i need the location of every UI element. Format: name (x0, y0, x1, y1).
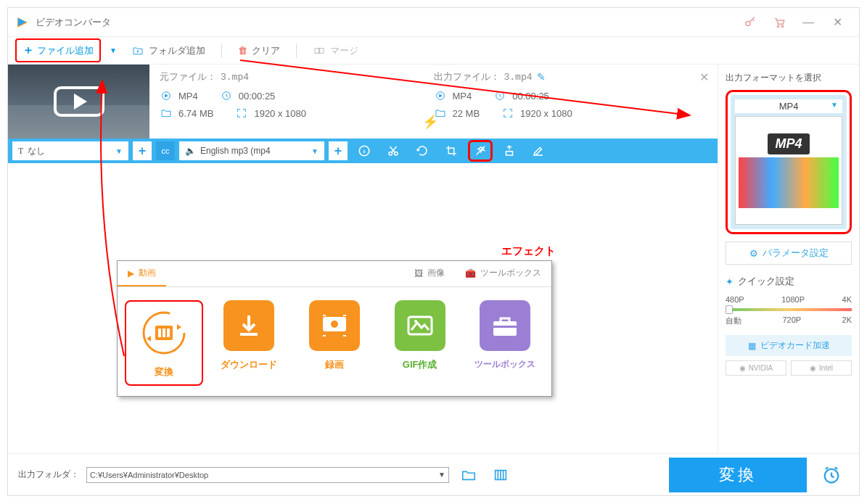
output-folder-field[interactable]: C:¥Users¥Administrator¥Desktop ▼ (86, 467, 449, 483)
source-resolution: 1920 x 1080 (254, 108, 306, 119)
open-folder-button[interactable] (456, 463, 481, 487)
cart-icon[interactable] (765, 8, 794, 37)
toolbox-icon (480, 300, 530, 351)
titlebar: ビデオコンバータ — ✕ (8, 8, 859, 37)
add-folder-label: フォルダ追加 (149, 44, 205, 57)
gpu-intel-chip[interactable]: ◉ Intel (791, 360, 852, 376)
sliders-icon: ⚙ (749, 248, 758, 259)
add-file-dropdown[interactable]: ▼ (107, 46, 120, 54)
gpu-nvidia-label: NVIDIA (749, 364, 773, 372)
tool-record-label: 録画 (295, 358, 374, 371)
format-preview[interactable]: MP4 (735, 116, 842, 225)
format-icon (434, 89, 447, 102)
add-folder-button[interactable]: フォルダ追加 (126, 41, 211, 60)
effects-button[interactable] (468, 140, 493, 162)
mp4-badge: MP4 (768, 133, 809, 154)
output-duration: 00:00:25 (512, 91, 549, 102)
format-value: MP4 (779, 101, 799, 112)
output-format-header: 出力フォーマットを選択 (726, 72, 852, 84)
gpu-intel-label: Intel (819, 364, 833, 372)
subtitle-t-icon: T (18, 146, 23, 157)
output-folder-label: 出力フォルダ： (18, 468, 79, 481)
gpu-accel-button[interactable]: ▦ ビデオカード加速 (726, 335, 852, 356)
clear-label: クリア (252, 44, 280, 57)
cut-button[interactable] (381, 139, 406, 163)
output-settings-button[interactable] (488, 463, 513, 487)
svg-rect-16 (167, 329, 170, 337)
crop-button[interactable] (439, 139, 464, 163)
add-audio-button[interactable]: + (329, 141, 348, 160)
subtitle-selector[interactable]: T なし ▼ (12, 141, 128, 160)
minimize-button[interactable]: — (794, 8, 823, 37)
res-4k: 4K (842, 295, 852, 304)
tool-download[interactable]: ダウンロード (210, 300, 289, 386)
res-auto: 自動 (726, 315, 741, 326)
gpu-accel-label: ビデオカード加速 (760, 339, 830, 352)
tab-toolbox[interactable]: 🧰 ツールボックス (455, 261, 551, 286)
quick-settings-header: クイック設定 (726, 275, 852, 288)
clear-button[interactable]: 🗑 クリア (232, 41, 286, 60)
tab-image[interactable]: 🖼 画像 (404, 261, 455, 286)
tool-gif[interactable]: GIF作成 (381, 300, 459, 386)
format-dropdown[interactable]: MP4 ▼ (735, 99, 842, 113)
resolution-icon (235, 107, 248, 120)
bottom-bar: 出力フォルダ： C:¥Users¥Administrator¥Desktop ▼… (8, 453, 859, 495)
tools-panel: ▶ 動画 🖼 画像 🧰 ツールボックス (117, 260, 552, 397)
merge-label: マージ (330, 44, 358, 57)
rename-output-button[interactable]: ✎ (537, 71, 546, 83)
play-overlay-icon (54, 86, 104, 117)
close-button[interactable]: ✕ (823, 8, 852, 37)
gpu-nvidia-chip[interactable]: ◉ NVIDIA (726, 360, 786, 376)
effect-annotation: エフェクト (501, 244, 556, 258)
lightning-icon: ⚡ (422, 114, 438, 130)
image-tab-icon: 🖼 (414, 268, 423, 278)
merge-button[interactable]: マージ (307, 41, 364, 60)
output-file-label: 出力ファイル： (434, 70, 500, 83)
separator (296, 44, 297, 58)
license-key-icon[interactable] (736, 8, 765, 37)
add-subtitle-button[interactable]: + (133, 141, 152, 160)
source-file-label: 元ファイル： (160, 70, 216, 83)
resolution-quick-select[interactable]: 480P 1080P 4K 自動 720P 2K (726, 294, 852, 328)
tab-image-label: 画像 (427, 267, 445, 279)
audio-track-selector[interactable]: 🔈 English mp3 (mp4 ▼ (179, 141, 324, 160)
chip-icon: ▦ (748, 341, 756, 351)
tab-video[interactable]: ▶ 動画 (118, 261, 166, 286)
tool-convert[interactable]: 変換 (125, 300, 203, 386)
svg-point-0 (746, 21, 750, 25)
source-file-name: 3.mp4 (221, 72, 249, 83)
schedule-button[interactable] (814, 458, 849, 492)
tab-toolbox-label: ツールボックス (480, 267, 541, 279)
video-thumbnail[interactable] (8, 65, 149, 139)
folder-plus-icon (131, 44, 144, 57)
resolution-icon (501, 107, 514, 120)
convert-icon (139, 307, 189, 358)
info-button[interactable] (352, 139, 377, 163)
resolution-slider[interactable] (726, 308, 852, 311)
watermark-button[interactable] (497, 139, 522, 163)
tool-toolbox-label: ツールボックス (466, 358, 544, 371)
edit-button[interactable] (526, 139, 551, 163)
tool-record[interactable]: 録画 (295, 300, 374, 386)
video-tab-icon: ▶ (128, 268, 134, 278)
res-2k: 2K (842, 315, 852, 326)
format-icon (160, 89, 173, 102)
separator (221, 44, 222, 58)
record-icon (309, 300, 360, 351)
tool-gif-label: GIF作成 (381, 358, 459, 371)
trash-icon: 🗑 (238, 45, 247, 56)
cc-button[interactable]: cc (156, 141, 175, 160)
chevron-down-icon: ▼ (831, 101, 838, 109)
add-file-button[interactable]: ＋ ファイル追加 (15, 38, 101, 62)
source-format: MP4 (178, 91, 198, 102)
rotate-button[interactable] (410, 139, 435, 163)
parameter-settings-button[interactable]: ⚙ パラメータ設定 (726, 241, 852, 265)
tool-toolbox[interactable]: ツールボックス (466, 300, 544, 386)
remove-file-button[interactable]: ✕ (699, 70, 709, 84)
folder-icon (160, 107, 173, 120)
merge-icon (313, 44, 326, 57)
toolbox-tab-icon: 🧰 (465, 268, 476, 278)
output-format: MP4 (453, 91, 472, 102)
convert-button[interactable]: 変換 (669, 458, 807, 492)
res-1080p: 1080P (781, 295, 805, 304)
